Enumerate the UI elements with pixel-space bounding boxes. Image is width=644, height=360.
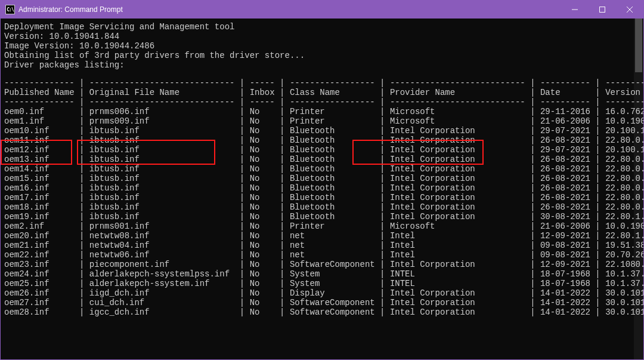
close-button[interactable] xyxy=(616,1,643,19)
title-bar[interactable]: C:\ Administrator: Command Prompt xyxy=(1,1,643,19)
command-prompt-window: C:\ Administrator: Command Prompt Deploy… xyxy=(0,0,644,360)
terminal-area[interactable]: Deployment Image Servicing and Managemen… xyxy=(1,19,643,359)
table-border-top: -------------- | -----------------------… xyxy=(4,78,643,88)
maximize-button[interactable] xyxy=(589,1,616,19)
cmd-icon: C:\ xyxy=(5,5,15,14)
table-row: oem11.inf | ibtusb.inf | No | Bluetooth … xyxy=(4,136,643,145)
table-row: oem17.inf | ibtusb.inf | No | Bluetooth … xyxy=(4,193,643,202)
table-row: oem19.inf | ibtusb.inf | No | Bluetooth … xyxy=(4,212,643,221)
preamble-line: Driver packages listing: xyxy=(4,60,643,70)
table-row: oem16.inf | ibtusb.inf | No | Bluetooth … xyxy=(4,183,643,193)
table-border-mid: -------------- | -----------------------… xyxy=(4,97,643,107)
table-row: oem21.inf | netwtw04.inf | No | net | In… xyxy=(4,241,643,250)
table-row: oem1.inf | prnms009.inf | No | Printer |… xyxy=(4,116,643,126)
table-row: oem20.inf | netwtw08.inf | No | net | In… xyxy=(4,231,643,241)
table-row: oem14.inf | ibtusb.inf | No | Bluetooth … xyxy=(4,164,643,174)
preamble-line: Image Version: 10.0.19044.2486 xyxy=(4,41,643,51)
table-header: Published Name | Original File Name | In… xyxy=(4,88,643,97)
table-row: oem23.inf | piecomponent.inf | No | Soft… xyxy=(4,260,643,269)
table-row: oem22.inf | netwtw06.inf | No | net | In… xyxy=(4,250,643,260)
table-row: oem13.inf | ibtusb.inf | No | Bluetooth … xyxy=(4,155,643,164)
svg-rect-1 xyxy=(600,7,605,13)
table-row: oem25.inf | alderlakepch-ssystem.inf | N… xyxy=(4,279,643,288)
window-title: Administrator: Command Prompt xyxy=(18,5,123,14)
table-row: oem27.inf | cui_dch.inf | No | SoftwareC… xyxy=(4,298,643,307)
table-row: oem2.inf | prnms001.inf | No | Printer |… xyxy=(4,221,643,231)
preamble-line: Version: 10.0.19041.844 xyxy=(4,32,643,41)
table-row: oem26.inf | iigd_dch.inf | No | Display … xyxy=(4,288,643,298)
minimize-button[interactable] xyxy=(561,1,589,19)
table-row: oem10.inf | ibtusb.inf | No | Bluetooth … xyxy=(4,126,643,136)
table-row: oem12.inf | ibtusb.inf | No | Bluetooth … xyxy=(4,145,643,155)
table-row: oem18.inf | ibtusb.inf | No | Bluetooth … xyxy=(4,202,643,212)
scrollbar-thumb[interactable] xyxy=(635,19,642,72)
table-row: oem15.inf | ibtusb.inf | No | Bluetooth … xyxy=(4,174,643,183)
table-row: oem28.inf | igcc_dch.inf | No | Software… xyxy=(4,307,643,317)
preamble-line: Obtaining list of 3rd party drivers from… xyxy=(4,51,643,60)
driver-table: -------------- | -----------------------… xyxy=(4,78,643,317)
table-row: oem0.inf | prnms006.inf | No | Printer |… xyxy=(4,107,643,116)
table-row: oem24.inf | alderlakepch-ssystemlpss.inf… xyxy=(4,269,643,279)
preamble-line: Deployment Image Servicing and Managemen… xyxy=(4,22,643,32)
